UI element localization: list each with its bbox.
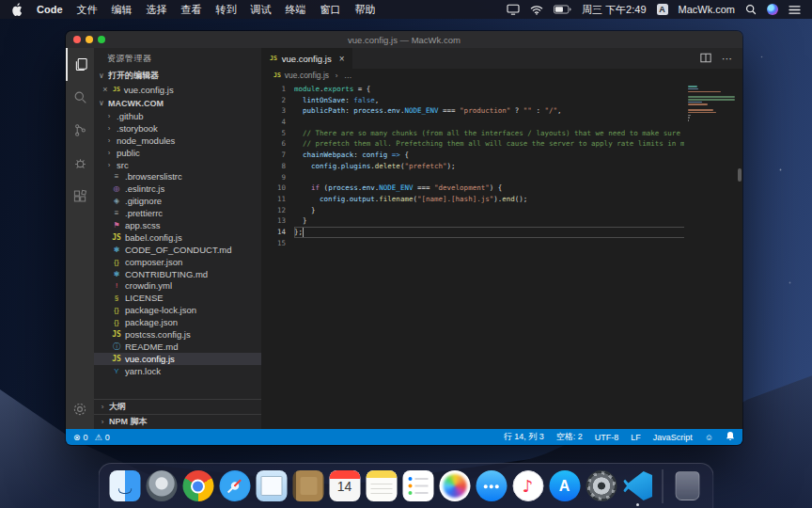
- search-icon[interactable]: [66, 81, 94, 114]
- indentation[interactable]: 空格: 2: [556, 431, 583, 443]
- notification-center-icon[interactable]: [789, 5, 801, 15]
- language-mode[interactable]: JavaScript: [653, 433, 693, 442]
- open-editor-item[interactable]: ×JSvue.config.js: [94, 83, 261, 96]
- dock-item-vscode[interactable]: [621, 468, 655, 505]
- extensions-icon[interactable]: [66, 180, 94, 213]
- tree-item-.gitignore[interactable]: ◈.gitignore: [94, 195, 261, 207]
- problems-indicator[interactable]: ⊗ 0 ⚠ 0: [73, 433, 110, 442]
- menu-item-终端[interactable]: 终端: [286, 3, 306, 17]
- tree-item-CODE_OF_CONDUCT.md[interactable]: ✱CODE_OF_CONDUCT.md: [94, 244, 261, 256]
- tree-item-CONTRIBUTING.md[interactable]: ✱CONTRIBUTING.md: [94, 268, 261, 280]
- wifi-icon[interactable]: [530, 5, 543, 15]
- window-titlebar[interactable]: vue.config.js — MacWk.com: [66, 31, 742, 48]
- eol-sequence[interactable]: LF: [631, 433, 641, 442]
- explorer-icon[interactable]: [66, 48, 94, 81]
- menubar-clock[interactable]: 周三 下午2:49: [582, 3, 646, 17]
- dock-item-mail[interactable]: [255, 468, 289, 505]
- dock-item-finder[interactable]: [108, 468, 142, 505]
- breadcrumb-file[interactable]: vue.config.js: [285, 71, 329, 80]
- encoding[interactable]: UTF-8: [595, 433, 619, 442]
- tree-item-postcss.config.js[interactable]: JSpostcss.config.js: [94, 328, 261, 341]
- safari-icon: [219, 470, 250, 501]
- spotlight-search-icon[interactable]: [745, 4, 757, 15]
- dock-item-contacts[interactable]: [291, 468, 325, 505]
- file-name: vue.config.js: [125, 354, 175, 364]
- menu-item-帮助[interactable]: 帮助: [355, 3, 376, 17]
- open-editors-section[interactable]: ∨ 打开的编辑器: [94, 69, 261, 83]
- dock-item-messages[interactable]: [475, 468, 508, 505]
- display-icon[interactable]: [507, 4, 520, 15]
- sysprefs-icon: [586, 470, 617, 501]
- dock-item-notes[interactable]: [365, 468, 398, 505]
- tree-item-.storybook[interactable]: ›.storybook: [94, 122, 261, 135]
- siri-icon[interactable]: [767, 4, 778, 15]
- more-actions-icon[interactable]: ⋯: [722, 53, 733, 65]
- tree-item-node_modules[interactable]: ›node_modules: [94, 135, 261, 147]
- menubar-app-name[interactable]: Code: [37, 4, 63, 15]
- tree-item-.browserslistrc[interactable]: ≡.browserslistrc: [94, 170, 261, 183]
- menu-item-转到[interactable]: 转到: [216, 3, 237, 17]
- tree-item-composer.json[interactable]: {}composer.json: [94, 256, 261, 268]
- tree-item-package-lock.json[interactable]: {}package-lock.json: [94, 304, 261, 316]
- sidebar-section-大纲[interactable]: ›大纲: [94, 399, 261, 414]
- menubar-account[interactable]: MacWk.com: [679, 4, 736, 15]
- debug-icon[interactable]: [66, 147, 94, 180]
- dock-item-calendar[interactable]: 14: [328, 468, 362, 505]
- menu-item-查看[interactable]: 查看: [181, 3, 202, 17]
- tree-item-package.json[interactable]: {}package.json: [94, 316, 261, 328]
- menu-item-选择[interactable]: 选择: [147, 3, 167, 17]
- tree-item-src[interactable]: ›src: [94, 159, 261, 171]
- tree-item-.eslintrc.js[interactable]: ◎.eslintrc.js: [94, 183, 261, 195]
- menu-item-窗口[interactable]: 窗口: [320, 3, 341, 17]
- file-name: public: [117, 148, 140, 158]
- dock-item-chrome[interactable]: [181, 468, 215, 505]
- tree-item-public[interactable]: ›public: [94, 147, 261, 159]
- cursor-position[interactable]: 行 14, 列 3: [504, 431, 544, 443]
- apple-menu-icon[interactable]: [11, 3, 23, 16]
- split-editor-icon[interactable]: [700, 50, 711, 67]
- tree-item-vue.config.js[interactable]: JSvue.config.js: [94, 353, 261, 365]
- tree-item-app.scss[interactable]: ⚑app.scss: [94, 219, 261, 231]
- source-control-icon[interactable]: [66, 114, 94, 147]
- dock-item-trash[interactable]: [671, 468, 705, 505]
- tree-item-.prettierrc[interactable]: ≡.prettierrc: [94, 207, 261, 219]
- dock-item-photos[interactable]: [438, 468, 472, 505]
- notifications-bell-icon[interactable]: [726, 431, 735, 443]
- file-tree: ›.github›.storybook›node_modules›public›…: [94, 110, 261, 377]
- code-line-12: 12 }: [261, 205, 742, 216]
- dock-item-sysprefs[interactable]: [585, 468, 618, 505]
- line-number: 12: [261, 205, 294, 216]
- input-source-icon[interactable]: A: [657, 4, 668, 15]
- battery-icon[interactable]: [554, 5, 571, 14]
- code-editor[interactable]: 1module.exports = {2 lintOnSave: false,3…: [261, 82, 742, 429]
- dock-item-reminders[interactable]: [401, 468, 435, 505]
- line-text: config.output.filename("[name].[hash].js…: [294, 194, 742, 205]
- dock-item-music[interactable]: [511, 468, 545, 505]
- feedback-smiley-icon[interactable]: ☺: [705, 433, 713, 442]
- scrollbar-thumb[interactable]: [738, 168, 742, 182]
- dock-item-safari[interactable]: [218, 468, 252, 505]
- settings-gear-icon[interactable]: [66, 392, 94, 425]
- sidebar-section-NPM 脚本[interactable]: ›NPM 脚本: [94, 414, 261, 429]
- close-icon[interactable]: ×: [102, 85, 109, 94]
- breadcrumb-symbol[interactable]: …: [344, 71, 352, 80]
- breadcrumb[interactable]: JS vue.config.js › …: [261, 69, 742, 82]
- menu-item-调试[interactable]: 调试: [251, 3, 272, 17]
- tree-item-yarn.lock[interactable]: Yyarn.lock: [94, 365, 261, 377]
- tab-vue-config[interactable]: JS vue.config.js ×: [261, 48, 352, 69]
- tree-item-LICENSE[interactable]: §LICENSE: [94, 292, 261, 304]
- tree-item-babel.config.js[interactable]: JSbabel.config.js: [94, 231, 261, 244]
- tree-item-.github[interactable]: ›.github: [94, 110, 261, 122]
- root-folder-section[interactable]: ∨ MACWK.COM: [94, 96, 261, 110]
- file-name: .eslintrc.js: [125, 183, 164, 194]
- notes-icon: [366, 470, 397, 501]
- menu-item-文件[interactable]: 文件: [77, 3, 98, 17]
- tab-close-icon[interactable]: ×: [339, 54, 345, 64]
- tree-item-README.md[interactable]: ⓘREADME.md: [94, 341, 261, 353]
- menu-item-编辑[interactable]: 编辑: [112, 3, 133, 17]
- tree-item-crowdin.yml[interactable]: !crowdin.yml: [94, 279, 261, 292]
- minimap[interactable]: [684, 82, 742, 429]
- dock-item-appstore[interactable]: [548, 468, 582, 505]
- mail-icon: [256, 470, 287, 501]
- dock-item-launchpad[interactable]: [145, 468, 179, 505]
